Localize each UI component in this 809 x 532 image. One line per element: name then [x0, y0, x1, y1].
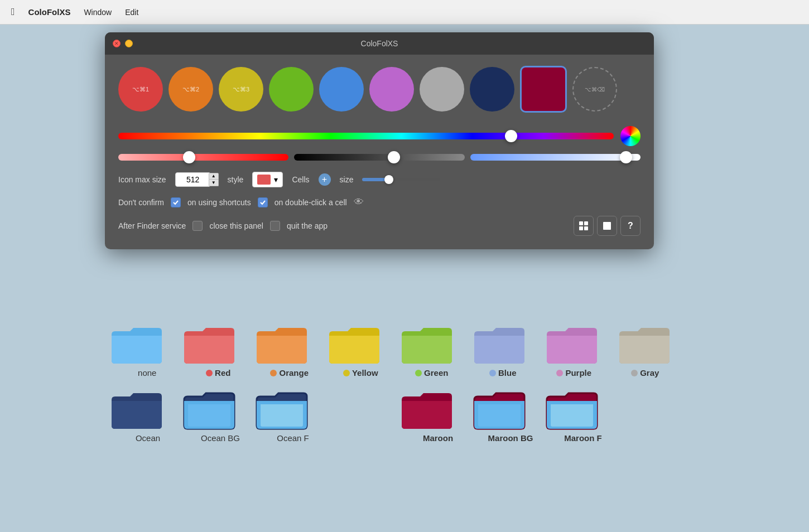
grid-view-button[interactable]: [574, 216, 594, 236]
folder-red[interactable]: [173, 323, 245, 366]
icon-max-size-label: Icon max size: [118, 175, 166, 184]
folder-icon-ocean-f: [254, 389, 310, 431]
folder-ocean-bg[interactable]: [173, 389, 245, 431]
folder-icon-maroon: [399, 389, 455, 431]
folder-icon-ocean-bg: [181, 389, 237, 431]
main-window: ✕ ColoFolXS ⌥⌘1 ⌥⌘2 ⌥⌘3: [105, 32, 654, 249]
label-maroon-f: Maroon F: [547, 433, 619, 443]
square-view-button[interactable]: [597, 216, 617, 236]
color-labels-row-1: none Red Orange Yellow Green Blue Purple: [95, 368, 697, 378]
folder-orange[interactable]: [245, 323, 318, 366]
eye-icon[interactable]: 👁: [354, 196, 364, 208]
folder-green[interactable]: [391, 323, 463, 366]
svg-rect-4: [603, 222, 611, 230]
folder-none[interactable]: [100, 323, 173, 366]
folder-icon-gray: [617, 323, 672, 366]
label-yellow: Yellow: [325, 368, 397, 378]
label-purple: Purple: [538, 368, 610, 378]
label-green: Green: [396, 368, 468, 378]
dot-purple: [556, 370, 563, 376]
window-menu[interactable]: Window: [84, 8, 112, 17]
stepper-up[interactable]: ▲: [209, 173, 219, 180]
folder-ocean-f[interactable]: [245, 389, 318, 431]
folder-icon-none: [109, 323, 165, 366]
quit-app-checkbox[interactable]: [270, 221, 280, 231]
folder-blue[interactable]: [463, 323, 536, 366]
swatch-5[interactable]: [319, 67, 364, 112]
square-icon: [601, 220, 613, 231]
double-click-checkbox[interactable]: [258, 197, 268, 207]
close-panel-checkbox[interactable]: [192, 221, 203, 231]
label-blue: Blue: [468, 368, 539, 378]
label-none: none: [112, 368, 183, 378]
hue-slider-thumb[interactable]: [505, 130, 517, 142]
dot-green: [415, 370, 422, 376]
swatch-4[interactable]: [269, 67, 314, 112]
folder-maroon-f[interactable]: [536, 389, 608, 431]
style-select[interactable]: ▾: [252, 172, 283, 187]
stepper-down[interactable]: ▼: [209, 180, 219, 186]
folder-yellow[interactable]: [318, 323, 391, 366]
swatch-6[interactable]: [369, 67, 414, 112]
apple-menu[interactable]: : [11, 6, 15, 18]
label-maroon-bg: Maroon BG: [474, 433, 547, 443]
finder-row: After Finder service close this panel qu…: [118, 216, 641, 236]
color-wheel[interactable]: [620, 126, 641, 146]
size-slider-thumb[interactable]: [384, 175, 393, 184]
dont-confirm-label: Don't confirm: [118, 198, 164, 207]
hue-slider-row: [118, 126, 641, 146]
dot-blue: [489, 370, 496, 376]
swatch-empty[interactable]: ⌥⌘⌫: [572, 67, 617, 112]
svg-rect-0: [579, 221, 583, 225]
icon-max-size-input[interactable]: 512: [175, 172, 211, 187]
dark-slider-thumb[interactable]: [388, 151, 400, 163]
double-click-label: on double-click a cell: [275, 198, 347, 207]
question-mark: ?: [628, 221, 633, 231]
sliders-section: [118, 126, 641, 161]
close-button[interactable]: ✕: [113, 40, 121, 47]
folder-gray[interactable]: [608, 323, 681, 366]
svg-rect-3: [584, 226, 588, 230]
color-labels-row-2: Ocean Ocean BG Ocean F Maroon Maroon BG …: [95, 433, 697, 443]
shortcuts-checkbox[interactable]: [171, 197, 181, 207]
style-label: style: [228, 175, 244, 184]
swatch-2[interactable]: ⌥⌘2: [168, 67, 213, 112]
svg-rect-2: [579, 226, 583, 230]
folder-section: none Red Orange Yellow Green Blue Purple: [95, 323, 697, 454]
swatch-3[interactable]: ⌥⌘3: [219, 67, 263, 112]
size-label: size: [340, 175, 354, 184]
folder-icon-orange: [254, 323, 310, 366]
titlebar: ✕ ColoFolXS: [105, 32, 654, 55]
swatch-8[interactable]: [470, 67, 514, 112]
window-content: ⌥⌘1 ⌥⌘2 ⌥⌘3 ⌥⌘⌫: [105, 55, 654, 249]
blue-slider-container: [470, 154, 641, 161]
swatches-row: ⌥⌘1 ⌥⌘2 ⌥⌘3 ⌥⌘⌫: [118, 66, 641, 113]
folder-row-1: [95, 323, 697, 366]
folder-ocean[interactable]: [100, 389, 173, 431]
swatch-9[interactable]: [520, 66, 567, 113]
app-menu[interactable]: ColoFolXS: [28, 7, 71, 17]
folder-icon-red: [181, 323, 237, 366]
window-title: ColoFolXS: [361, 39, 398, 48]
label-gray: Gray: [610, 368, 681, 378]
swatch-1[interactable]: ⌥⌘1: [118, 67, 163, 112]
dot-gray: [631, 370, 638, 376]
label-ocean-bg: Ocean BG: [184, 433, 257, 443]
blue-slider-thumb[interactable]: [620, 151, 632, 163]
folder-row-2: [95, 389, 697, 431]
minimize-button[interactable]: [125, 40, 133, 47]
panel-buttons: ?: [574, 216, 641, 236]
blue-slider-track: [470, 154, 641, 161]
cells-add-button[interactable]: +: [319, 173, 331, 186]
svg-rect-1: [584, 221, 588, 225]
folder-icon-ocean: [109, 389, 165, 431]
edit-menu[interactable]: Edit: [125, 8, 138, 17]
swatch-7[interactable]: [420, 67, 464, 112]
folder-maroon-bg[interactable]: [463, 389, 536, 431]
sat-slider-thumb[interactable]: [183, 151, 195, 163]
label-maroon: Maroon: [402, 433, 474, 443]
label-ocean-f: Ocean F: [257, 433, 329, 443]
folder-maroon[interactable]: [391, 389, 463, 431]
help-button[interactable]: ?: [620, 216, 641, 236]
folder-purple[interactable]: [536, 323, 608, 366]
